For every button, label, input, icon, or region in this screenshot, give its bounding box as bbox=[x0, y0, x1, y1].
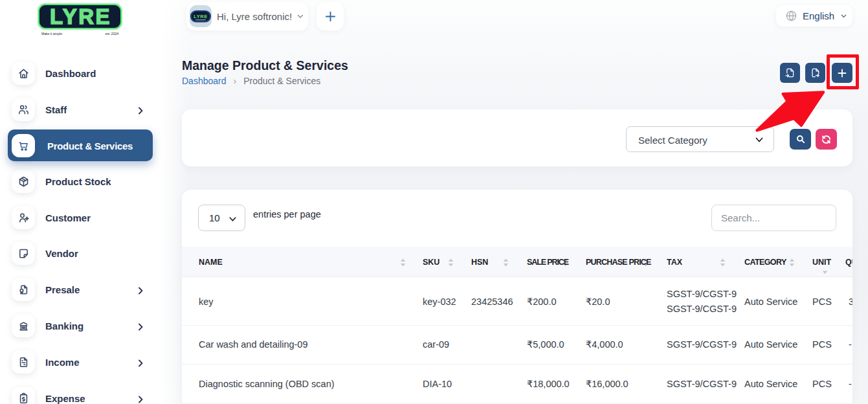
svg-text:LYRE: LYRE bbox=[194, 14, 207, 19]
